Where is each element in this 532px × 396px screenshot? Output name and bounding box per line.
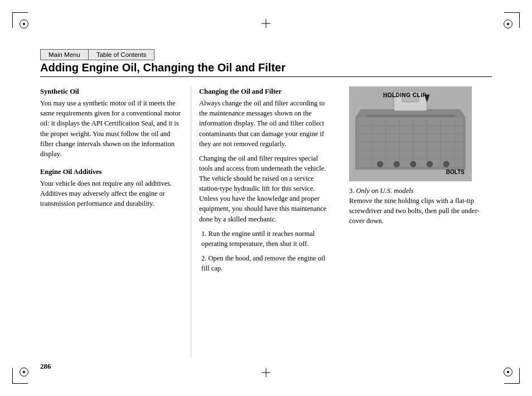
engine-svg <box>350 87 471 181</box>
svg-point-19 <box>427 161 433 167</box>
right-column: HOLDING CLIP BOLTS 3. Only on U.S. model… <box>341 86 492 357</box>
bolts-label: BOLTS <box>446 168 465 177</box>
middle-column: Changing the Oil and Filter Always chang… <box>191 86 341 357</box>
synthetic-oil-body: You may use a synthetic motor oil if it … <box>40 98 181 159</box>
step-3-body: Remove the nine holding clips with a fla… <box>349 197 480 225</box>
holding-clip-label: HOLDING CLIP <box>383 91 427 100</box>
left-column: Synthetic Oil You may use a synthetic mo… <box>40 86 191 357</box>
reg-mark-tl <box>18 18 30 30</box>
content-area: Synthetic Oil You may use a synthetic mo… <box>40 86 492 357</box>
step-3-container: 3. Only on U.S. models Remove the nine h… <box>349 186 492 226</box>
cross-mark-top <box>260 18 272 29</box>
main-menu-button[interactable]: Main Menu <box>40 49 88 60</box>
cross-mark-bottom <box>260 367 272 378</box>
reg-mark-br <box>502 366 514 378</box>
table-of-contents-button[interactable]: Table of Contents <box>88 49 155 60</box>
svg-point-20 <box>443 161 449 167</box>
svg-point-18 <box>410 161 416 167</box>
page-title-area: Adding Engine Oil, Changing the Oil and … <box>40 61 492 83</box>
engine-diagram: HOLDING CLIP BOLTS <box>349 86 472 181</box>
changing-oil-para1: Always change the oil and filter accordi… <box>199 98 331 149</box>
engine-oil-additives-body: Your vehicle does not require any oil ad… <box>40 178 181 209</box>
engine-oil-additives-title: Engine Oil Additives <box>40 167 181 177</box>
synthetic-oil-title: Synthetic Oil <box>40 86 181 96</box>
reg-mark-tr <box>502 18 514 30</box>
reg-mark-bl <box>18 366 30 378</box>
nav-bar: Main Menu Table of Contents <box>40 49 154 60</box>
page-title: Adding Engine Oil, Changing the Oil and … <box>40 61 492 77</box>
svg-point-16 <box>378 161 383 167</box>
svg-point-17 <box>394 161 399 167</box>
step-3-text: 3. Only on U.S. models Remove the nine h… <box>349 186 492 226</box>
step-3-italic: Only on U.S. models <box>356 187 414 195</box>
page-number: 286 <box>40 362 51 371</box>
changing-oil-title: Changing the Oil and Filter <box>199 86 331 96</box>
page-container: Main Menu Table of Contents Adding Engin… <box>0 0 532 396</box>
step-1: 1. Run the engine until it reaches norma… <box>199 229 331 249</box>
step-2: 2. Open the hood, and remove the engine … <box>199 253 331 273</box>
changing-oil-para2: Changing the oil and filter requires spe… <box>199 153 331 224</box>
